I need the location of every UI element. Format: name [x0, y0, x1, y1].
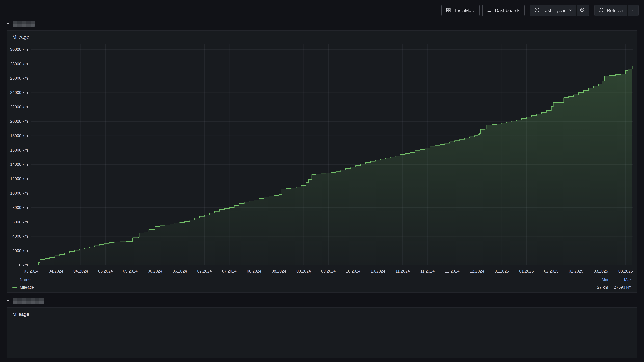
chart-legend: Name Min Max Mileage 27 km 27693 km — [7, 276, 637, 291]
svg-text:06.2024: 06.2024 — [148, 269, 162, 273]
series-min-value: 27 km — [585, 285, 608, 290]
teslamate-button[interactable]: TeslaMate — [442, 5, 480, 16]
refresh-group: Refresh — [594, 5, 639, 16]
svg-text:11.2024: 11.2024 — [396, 269, 410, 273]
dashboard-toolbar: TeslaMate Dashboards Last — [0, 0, 644, 17]
row-title-redacted — [13, 298, 44, 304]
svg-text:05.2024: 05.2024 — [123, 269, 138, 273]
svg-text:22000 km: 22000 km — [10, 105, 28, 109]
svg-text:07.2024: 07.2024 — [222, 269, 237, 273]
refresh-interval-dropdown[interactable] — [627, 5, 638, 16]
svg-text:12.2024: 12.2024 — [470, 269, 484, 273]
svg-text:20000 km: 20000 km — [10, 119, 28, 123]
svg-text:12.2024: 12.2024 — [445, 269, 460, 273]
dashboards-button[interactable]: Dashboards — [482, 5, 524, 16]
svg-text:12000 km: 12000 km — [10, 176, 28, 181]
svg-text:08.2024: 08.2024 — [247, 269, 262, 273]
svg-text:01.2025: 01.2025 — [494, 269, 509, 273]
legend-max-header[interactable]: Max — [608, 277, 632, 282]
svg-text:4000 km: 4000 km — [12, 234, 28, 239]
svg-text:2000 km: 2000 km — [12, 248, 28, 253]
series-color-marker — [12, 286, 17, 288]
dashboards-button-label: Dashboards — [495, 8, 520, 13]
svg-text:11.2024: 11.2024 — [420, 269, 434, 273]
zoom-out-time-button[interactable] — [576, 5, 589, 16]
svg-text:14000 km: 14000 km — [10, 162, 28, 167]
time-picker-group: Last 1 year — [530, 5, 589, 16]
svg-text:01.2025: 01.2025 — [519, 269, 534, 273]
svg-text:09.2024: 09.2024 — [321, 269, 336, 273]
svg-text:02.2025: 02.2025 — [544, 269, 559, 273]
legend-name-header[interactable]: Name — [20, 277, 30, 282]
panel-title: Mileage — [7, 30, 637, 41]
svg-text:6000 km: 6000 km — [12, 220, 28, 224]
series-name: Mileage — [20, 285, 34, 290]
legend-header-row: Name Min Max — [12, 276, 632, 283]
panel-title: Mileage — [7, 308, 637, 319]
svg-text:03.2024: 03.2024 — [24, 269, 38, 273]
legend-min-header[interactable]: Min — [585, 277, 608, 282]
svg-text:10.2024: 10.2024 — [346, 269, 360, 273]
svg-text:08.2024: 08.2024 — [272, 269, 286, 273]
svg-text:04.2024: 04.2024 — [49, 269, 63, 273]
svg-text:10.2024: 10.2024 — [371, 269, 385, 273]
svg-text:02.2025: 02.2025 — [569, 269, 583, 273]
svg-text:0 km: 0 km — [19, 263, 28, 267]
svg-text:09.2024: 09.2024 — [296, 269, 311, 273]
svg-text:03.2025: 03.2025 — [618, 269, 633, 273]
svg-text:18000 km: 18000 km — [10, 133, 28, 138]
time-range-label: Last 1 year — [542, 8, 566, 13]
chevron-down-icon — [568, 8, 572, 13]
zoom-out-icon — [580, 7, 585, 13]
row-collapse-chevron-icon — [6, 21, 10, 27]
mileage-chart[interactable]: 0 km2000 km4000 km6000 km8000 km10000 km… — [7, 41, 637, 276]
svg-text:24000 km: 24000 km — [10, 90, 28, 95]
dashboards-list-icon — [487, 7, 492, 13]
mileage-panel-bottom: Mileage — [7, 307, 637, 358]
teslamate-button-label: TeslaMate — [454, 8, 476, 13]
svg-text:06.2024: 06.2024 — [172, 269, 187, 273]
svg-text:8000 km: 8000 km — [12, 205, 28, 210]
mileage-panel: Mileage 0 km2000 km4000 km6000 km8000 km… — [7, 30, 637, 293]
svg-text:05.2024: 05.2024 — [98, 269, 113, 273]
refresh-button-label: Refresh — [607, 8, 623, 13]
row-collapse-chevron-icon — [6, 298, 10, 304]
svg-text:03.2025: 03.2025 — [594, 269, 608, 273]
grafana-dashboard: TeslaMate Dashboards Last — [0, 0, 644, 362]
svg-text:10000 km: 10000 km — [10, 191, 28, 195]
row-title-redacted — [13, 21, 34, 27]
dashboard-row-header-1[interactable] — [0, 17, 644, 29]
series-max-value: 27693 km — [608, 285, 632, 290]
svg-text:30000 km: 30000 km — [10, 47, 28, 52]
svg-text:28000 km: 28000 km — [10, 61, 28, 66]
svg-text:07.2024: 07.2024 — [197, 269, 212, 273]
clock-icon — [534, 7, 540, 13]
svg-text:26000 km: 26000 km — [10, 76, 28, 80]
dashboard-row-header-2[interactable] — [0, 293, 644, 306]
refresh-sync-icon — [599, 7, 604, 13]
apps-grid-icon — [446, 7, 451, 13]
svg-text:16000 km: 16000 km — [10, 148, 28, 152]
time-range-button[interactable]: Last 1 year — [530, 5, 576, 16]
svg-text:04.2024: 04.2024 — [74, 269, 88, 273]
chevron-down-icon — [631, 8, 635, 13]
refresh-button[interactable]: Refresh — [595, 5, 627, 16]
legend-series-row[interactable]: Mileage 27 km 27693 km — [12, 283, 632, 291]
